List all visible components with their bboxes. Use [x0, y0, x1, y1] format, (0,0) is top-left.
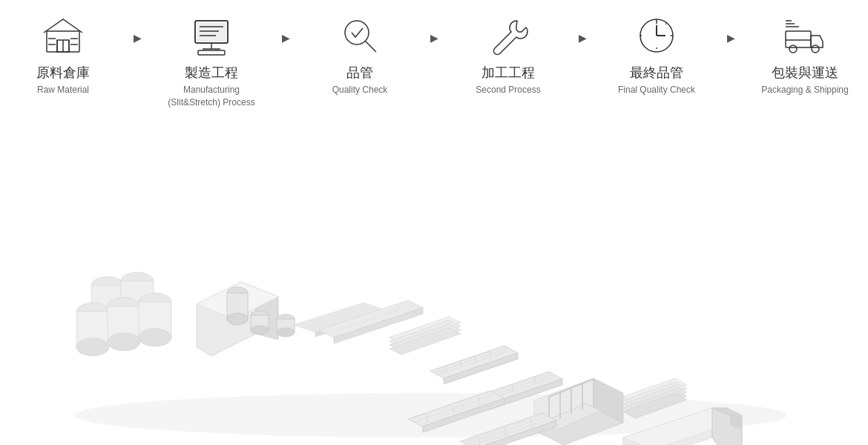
- step-final-zh: 最終品管: [630, 64, 683, 82]
- wrench-icon: [482, 13, 534, 58]
- svg-point-52: [139, 329, 171, 346]
- svg-rect-10: [197, 22, 226, 42]
- svg-line-19: [365, 41, 376, 52]
- step-manufacturing: 製造工程 Manufacturing(Slit&Stretch) Process: [152, 13, 271, 109]
- arrow-4: ▶: [568, 13, 597, 43]
- warehouse-icon: [37, 13, 89, 58]
- svg-point-64: [277, 328, 295, 337]
- process-illustration: .iso { fill: #f0f0f0; stroke: #ddd; stro…: [0, 134, 868, 445]
- arrow-icon-4: ▶: [579, 33, 587, 43]
- arrow-2: ▶: [271, 13, 300, 43]
- step-second-en: Second Process: [476, 84, 540, 96]
- arrow-icon-1: ▶: [134, 33, 142, 43]
- truck-icon: [779, 13, 831, 58]
- svg-point-32: [812, 45, 819, 53]
- step-quality-check: 品管 Quality Check: [300, 13, 419, 96]
- svg-point-31: [789, 45, 797, 53]
- step-quality-zh: 品管: [346, 64, 373, 82]
- process-flow: 原料倉庫 Raw Material ▶ 製造工程 M: [0, 0, 868, 109]
- step-raw-material: 原料倉庫 Raw Material: [4, 13, 122, 96]
- step-raw-material-en: Raw Material: [37, 84, 89, 96]
- quality-icon: [334, 13, 386, 58]
- step-packaging: 包裝與運送 Packaging & Shipping: [746, 13, 864, 96]
- step-manufacturing-zh: 製造工程: [185, 64, 238, 82]
- arrow-5: ▶: [716, 13, 746, 43]
- svg-point-46: [76, 338, 109, 356]
- step-manufacturing-en: Manufacturing(Slit&Stretch) Process: [168, 84, 254, 109]
- svg-point-58: [227, 313, 248, 325]
- arrow-icon-2: ▶: [282, 33, 290, 43]
- svg-point-49: [108, 333, 140, 351]
- svg-rect-30: [786, 31, 811, 47]
- step-quality-en: Quality Check: [332, 84, 388, 96]
- arrow-icon-5: ▶: [727, 33, 735, 43]
- svg-rect-17: [198, 50, 225, 55]
- step-second-zh: 加工工程: [481, 64, 535, 82]
- step-final-quality: 最終品管 Final Quality Check: [597, 13, 716, 96]
- step-packaging-en: Packaging & Shipping: [761, 84, 848, 96]
- machine-icon: [185, 13, 237, 58]
- step-final-en: Final Quality Check: [618, 84, 695, 96]
- step-packaging-zh: 包裝與運送: [772, 64, 838, 82]
- arrow-1: ▶: [122, 13, 152, 43]
- step-raw-material-zh: 原料倉庫: [36, 64, 90, 82]
- svg-point-61: [251, 326, 269, 334]
- arrow-3: ▶: [419, 13, 449, 43]
- clock-check-icon: [631, 13, 683, 58]
- step-second-process: 加工工程 Second Process: [449, 13, 568, 96]
- arrow-icon-3: ▶: [430, 33, 438, 43]
